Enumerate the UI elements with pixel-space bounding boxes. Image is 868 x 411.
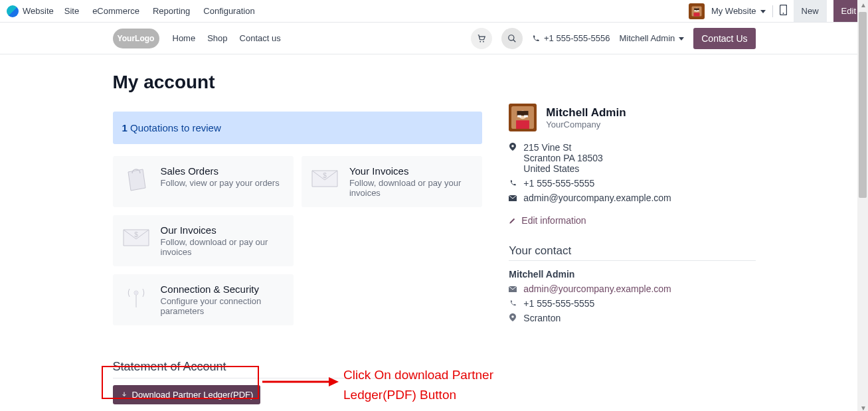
scrollbar[interactable]: ▲ ▼ — [857, 0, 868, 411]
avatar-icon — [511, 106, 534, 129]
addr-line-3: United States — [523, 163, 579, 174]
cart-icon — [477, 34, 486, 43]
svg-point-23 — [511, 145, 514, 147]
svg-marker-28 — [329, 377, 339, 386]
card-your-invoices[interactable]: $ Your Invoices Follow, download or pay … — [302, 156, 482, 207]
profile-address: 215 Vine St Scranton PA 18503 United Sta… — [509, 142, 755, 174]
chevron-down-icon — [760, 10, 766, 13]
divider — [772, 5, 773, 17]
card-title: Connection & Security — [161, 284, 284, 295]
card-sales-orders[interactable]: Sales Orders Follow, view or pay your or… — [113, 156, 294, 207]
svg-rect-2 — [694, 8, 699, 10]
svg-point-7 — [782, 13, 784, 14]
divider — [509, 260, 755, 261]
card-title: Our Invoices — [161, 224, 284, 236]
scroll-down-icon[interactable]: ▼ — [860, 404, 865, 410]
app-brand[interactable]: Website — [7, 5, 54, 17]
profile-info: 215 Vine St Scranton PA 18503 United Sta… — [509, 142, 755, 203]
page-title: My account — [113, 72, 483, 93]
card-title: Sales Orders — [161, 165, 284, 177]
user-menu[interactable]: Mitchell Admin — [619, 33, 684, 43]
header-phone: +1 555-555-5556 — [532, 33, 610, 43]
contact-info: admin@yourcompany.example.com +1 555-555… — [509, 284, 755, 323]
avatar — [509, 104, 537, 131]
bag-icon — [122, 164, 150, 193]
scrollbar-thumb[interactable] — [859, 12, 867, 198]
annotation-text: Click On download Partner Ledger(PDF) Bu… — [343, 365, 516, 406]
your-contact-title: Your contact — [509, 244, 755, 258]
menu-reporting[interactable]: Reporting — [153, 6, 190, 16]
menu-site[interactable]: Site — [64, 6, 79, 16]
pencil-icon — [509, 217, 516, 224]
profile-email: admin@yourcompany.example.com — [509, 193, 755, 203]
chevron-down-icon — [679, 37, 684, 41]
phone-icon — [509, 178, 517, 189]
svg-rect-4 — [697, 10, 699, 11]
quotations-text: Quotations to review — [130, 122, 221, 133]
nav-shop[interactable]: Shop — [207, 33, 227, 43]
card-sub: Follow, download or pay your invoices — [349, 178, 473, 198]
contact-email: admin@yourcompany.example.com — [509, 284, 755, 294]
card-our-invoices[interactable]: $ Our Invoices Follow, download or pay o… — [113, 215, 294, 266]
profile-phone: +1 555-555-5555 — [509, 178, 755, 189]
profile-name: Mitchell Admin — [546, 106, 626, 120]
main-content: My account 1 Quotations to review Sales … — [113, 54, 756, 411]
new-button[interactable]: New — [794, 0, 827, 22]
phone-icon — [509, 298, 517, 309]
phone-icon — [532, 35, 540, 42]
svg-point-26 — [511, 315, 514, 318]
svg-text:$: $ — [323, 172, 327, 179]
edit-information-link[interactable]: Edit information — [509, 215, 755, 226]
search-icon — [507, 34, 517, 43]
search-button[interactable] — [501, 28, 523, 49]
site-selector[interactable]: My Website — [711, 6, 766, 16]
envelope-icon — [509, 193, 517, 203]
site-name: My Website — [711, 6, 756, 16]
profile-block: Mitchell Admin YourCompany — [509, 104, 755, 131]
card-title: Your Invoices — [349, 165, 473, 177]
svg-point-9 — [483, 41, 484, 42]
site-logo[interactable]: YourLogo — [113, 29, 159, 48]
svg-rect-21 — [524, 115, 528, 117]
svg-point-8 — [479, 41, 481, 42]
card-sub: Configure your connection parameters — [161, 296, 284, 316]
svg-text:$: $ — [134, 231, 138, 238]
invoice-icon: $ — [311, 164, 339, 193]
menu-ecommerce[interactable]: eCommerce — [92, 6, 139, 16]
antenna-icon — [122, 282, 150, 311]
contact-city-text: Scranton — [523, 313, 561, 323]
site-nav: Home Shop Contact us — [173, 33, 281, 43]
svg-rect-19 — [517, 111, 529, 116]
header-phone-number: +1 555-555-5556 — [544, 33, 610, 43]
annotation-box — [102, 366, 259, 399]
profile-email-text: admin@yourcompany.example.com — [523, 193, 671, 203]
svg-rect-20 — [518, 115, 522, 117]
invoice-icon: $ — [122, 223, 150, 252]
mobile-icon[interactable] — [780, 5, 787, 18]
contact-us-button[interactable]: Contact Us — [693, 28, 755, 49]
svg-point-15 — [134, 291, 138, 295]
card-sub: Follow, view or pay your orders — [161, 178, 284, 188]
map-marker-icon — [509, 313, 517, 323]
map-marker-icon — [509, 142, 517, 153]
profile-company: YourCompany — [546, 120, 626, 129]
scroll-up-icon[interactable]: ▲ — [860, 1, 865, 7]
cart-button[interactable] — [471, 28, 492, 49]
quotations-alert[interactable]: 1 Quotations to review — [113, 112, 483, 144]
nav-contact[interactable]: Contact us — [240, 33, 281, 43]
contact-phone: +1 555-555-5555 — [509, 298, 755, 309]
annotation-arrow-icon — [262, 376, 339, 388]
contact-name: Mitchell Admin — [509, 269, 755, 280]
avatar-icon — [691, 5, 703, 17]
odoo-logo-icon — [7, 5, 19, 17]
quotations-count: 1 — [122, 122, 128, 133]
menu-configuration[interactable]: Configuration — [203, 6, 254, 16]
avatar[interactable] — [689, 3, 705, 19]
nav-home[interactable]: Home — [173, 33, 196, 43]
edit-link-text: Edit information — [521, 215, 586, 226]
card-connection-security[interactable]: Connection & Security Configure your con… — [113, 274, 294, 325]
svg-line-11 — [513, 39, 516, 42]
site-header: YourLogo Home Shop Contact us +1 555-555… — [0, 23, 868, 54]
contact-email-text: admin@yourcompany.example.com — [523, 284, 671, 294]
user-menu-name: Mitchell Admin — [619, 33, 675, 43]
